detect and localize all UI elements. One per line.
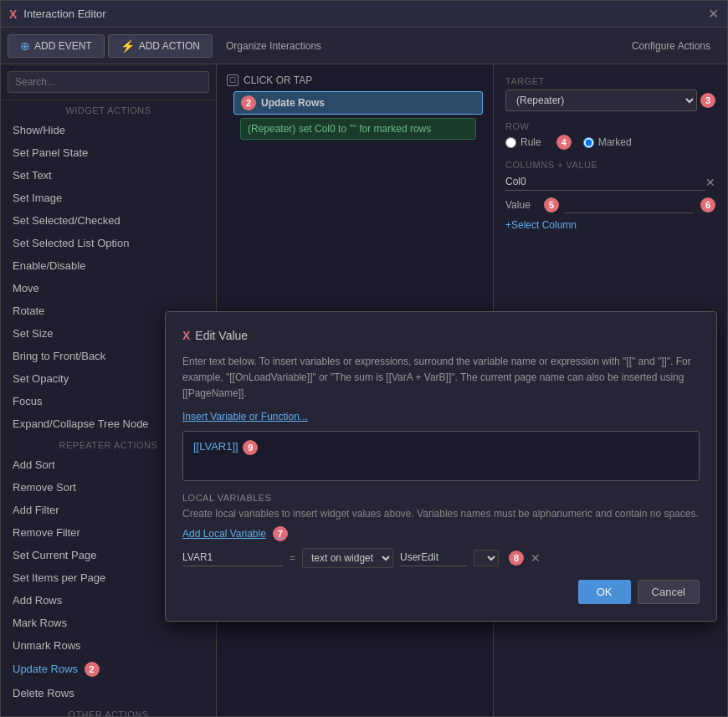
action-label: Update Rows <box>261 97 325 109</box>
sidebar-item-move[interactable]: Move <box>1 277 216 300</box>
col-delete-button[interactable]: ✕ <box>705 176 715 189</box>
value-label: Value <box>505 199 536 211</box>
toolbar: ⊕ ADD EVENT ⚡ ADD ACTION Organize Intera… <box>1 28 727 64</box>
sidebar-item-set-selected-checked[interactable]: Set Selected/Checked <box>1 209 216 232</box>
add-local-var-link[interactable]: Add Local Variable 7 <box>182 526 288 541</box>
target-badge: 3 <box>700 93 715 108</box>
search-box <box>1 64 216 100</box>
col-input[interactable] <box>505 173 705 191</box>
overlay-title-text: Edit Value <box>195 329 248 342</box>
row-rule-option[interactable]: Rule <box>505 136 541 148</box>
main-window: X Interaction Editor ✕ ⊕ ADD EVENT ⚡ ADD… <box>0 0 728 717</box>
lvar-equals: = <box>290 552 295 564</box>
cancel-button[interactable]: Cancel <box>638 580 700 604</box>
window-title: Interaction Editor <box>23 8 708 20</box>
search-input[interactable] <box>8 71 209 93</box>
row-rule-radio[interactable] <box>505 137 516 148</box>
sidebar-item-set-selected-list[interactable]: Set Selected List Option <box>1 232 216 254</box>
event-header: ☐ CLICK OR TAP <box>227 74 483 86</box>
value-badge: 5 <box>544 197 559 213</box>
close-button[interactable]: ✕ <box>708 6 719 22</box>
action-item[interactable]: 2 Update Rows <box>233 91 483 115</box>
add-var-badge: 7 <box>273 526 288 541</box>
local-vars-section: LOCAL VARIABLES Create local variables t… <box>182 493 700 568</box>
lvar-widget-input[interactable] <box>400 549 467 566</box>
event-label: CLICK OR TAP <box>244 74 312 86</box>
overlay-title: X Edit Value <box>182 329 700 342</box>
local-vars-desc: Create local variables to insert widget … <box>182 508 700 520</box>
action-badge: 2 <box>241 95 256 110</box>
sidebar-item-show-hide[interactable]: Show/Hide <box>1 119 216 141</box>
target-row: (Repeater) 3 <box>505 90 715 111</box>
sidebar-item-enable-disable[interactable]: Enable/Disable <box>1 254 216 277</box>
main-wrapper: WIDGET ACTIONS Show/Hide Set Panel State… <box>1 64 727 716</box>
edit-value-overlay: X Edit Value Enter text below. To insert… <box>165 311 717 622</box>
app-icon: X <box>9 8 17 21</box>
sidebar-item-update-rows[interactable]: Update Rows 2 <box>1 657 216 682</box>
value-row: Value 5 6 <box>505 196 715 213</box>
fx-badge: 6 <box>700 197 715 213</box>
add-action-label: ADD ACTION <box>139 40 200 52</box>
local-var-row: = text on widget 8 ✕ <box>182 548 700 568</box>
target-label: TARGET <box>505 76 715 86</box>
sidebar-item-unmark-rows[interactable]: Unmark Rows <box>1 634 216 657</box>
configure-tab[interactable]: Configure Actions <box>622 36 720 56</box>
row-marked-radio[interactable] <box>583 137 594 148</box>
other-actions-header: OTHER ACTIONS <box>1 704 216 716</box>
add-local-var-text: Add Local Variable <box>182 528 266 540</box>
columns-value-label: COLUMNS + VALUE <box>505 160 715 170</box>
value-editor[interactable]: [[LVAR1]] 9 <box>182 431 700 481</box>
plus-icon: ⊕ <box>20 39 30 53</box>
fx-button[interactable]: 6 <box>697 197 715 213</box>
event-icon: ☐ <box>227 74 238 86</box>
titlebar: X Interaction Editor ✕ <box>1 1 727 28</box>
row-label: ROW <box>505 121 715 131</box>
sidebar-item-set-panel-state[interactable]: Set Panel State <box>1 141 216 164</box>
row-marked-option[interactable]: Marked <box>583 136 632 148</box>
lightning-icon: ⚡ <box>120 39 135 53</box>
lvar-name-input[interactable] <box>182 549 283 566</box>
lvar-widget-select[interactable] <box>474 550 499 566</box>
update-rows-badge: 2 <box>85 662 100 677</box>
value-var-tag: [[LVAR1]] <box>193 440 238 453</box>
widget-badge: 8 <box>509 551 524 566</box>
sidebar-item-delete-rows[interactable]: Delete Rows <box>1 682 216 704</box>
overlay-footer: OK Cancel <box>182 580 700 604</box>
col-field: ✕ <box>505 173 715 191</box>
value-input[interactable] <box>564 196 694 213</box>
ok-button[interactable]: OK <box>578 580 631 604</box>
sidebar-item-set-image[interactable]: Set Image <box>1 187 216 209</box>
action-detail: (Repeater) set Col0 to "" for marked row… <box>240 118 476 140</box>
overlay-description: Enter text below. To insert variables or… <box>182 354 700 402</box>
add-event-button[interactable]: ⊕ ADD EVENT <box>8 34 105 58</box>
add-event-label: ADD EVENT <box>34 40 92 52</box>
target-select[interactable]: (Repeater) <box>505 90 697 111</box>
sidebar-item-set-text[interactable]: Set Text <box>1 164 216 187</box>
row-options: Rule 4 Marked <box>505 135 715 150</box>
select-column-link[interactable]: +Select Column <box>505 219 577 231</box>
organize-tab[interactable]: Organize Interactions <box>216 36 331 56</box>
local-vars-title: LOCAL VARIABLES <box>182 493 700 503</box>
lvar-type-select[interactable]: text on widget <box>302 548 393 568</box>
row-badge: 4 <box>556 135 572 150</box>
insert-variable-link[interactable]: Insert Variable or Function... <box>182 411 700 423</box>
lvar-delete-button[interactable]: ✕ <box>531 551 541 565</box>
overlay-icon: X <box>182 329 190 342</box>
add-action-button[interactable]: ⚡ ADD ACTION <box>108 34 213 58</box>
value-badge-9: 9 <box>243 440 258 455</box>
widget-actions-header: WIDGET ACTIONS <box>1 100 216 119</box>
event-block: ☐ CLICK OR TAP 2 Update Rows (Repeater) … <box>227 74 483 140</box>
